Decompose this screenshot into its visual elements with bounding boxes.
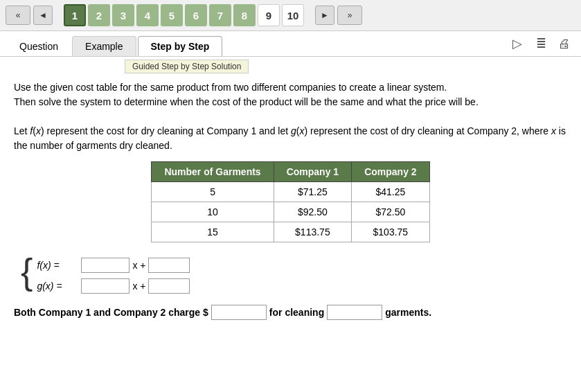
tooltip-wrapper: Guided Step by Step Solution: [0, 57, 581, 73]
gx-x-label: x +: [132, 280, 145, 292]
nav-num-btn-8[interactable]: 8: [233, 4, 256, 26]
toolbar-icons: ▷ ≣ 🖨: [508, 34, 574, 56]
print-icon[interactable]: 🖨: [555, 34, 574, 53]
nav-num-btn-5[interactable]: 5: [161, 4, 183, 26]
bottom-text1: Both Company 1 and Company 2 charge $: [14, 307, 208, 318]
fx-x-label: x +: [132, 260, 145, 271]
table-cell-r0-c2: $41.25: [352, 182, 429, 202]
tab-bar: Question Example Step by Step ▷ ≣ 🖨: [0, 31, 581, 57]
garments-input[interactable]: [327, 305, 382, 320]
list-icon[interactable]: ≣: [531, 34, 551, 53]
bottom-text3: garments.: [385, 307, 431, 318]
eq-line-gx: g(x) = x +: [37, 278, 190, 294]
nav-number-buttons: 12345678910: [64, 4, 304, 26]
table-cell-r0-c0: 5: [152, 182, 274, 202]
tab-example[interactable]: Example: [72, 36, 136, 56]
nav-bar: « ◄ 12345678910 ► »: [0, 0, 581, 31]
table-row: 15$113.75$103.75: [152, 222, 429, 242]
tab-step-by-step[interactable]: Step by Step: [138, 36, 223, 56]
eq-line-fx: f(x) = x +: [37, 258, 190, 273]
table-cell-r2-c2: $103.75: [352, 222, 429, 242]
cost-table-wrapper: Number of Garments Company 1 Company 2 5…: [14, 161, 567, 242]
cost-table: Number of Garments Company 1 Company 2 5…: [151, 161, 429, 242]
equations-section: { f(x) = x + g(x) = x +: [21, 253, 567, 294]
nav-num-btn-4[interactable]: 4: [136, 4, 159, 26]
table-cell-r0-c1: $71.25: [274, 182, 351, 202]
table-cell-r1-c2: $72.50: [352, 202, 429, 222]
bottom-text2: for cleaning: [269, 307, 324, 318]
fx-label: f(x) =: [37, 260, 78, 271]
tooltip-bar: Guided Step by Step Solution: [125, 60, 249, 73]
table-cell-r2-c1: $113.75: [274, 222, 351, 242]
nav-prev-double-btn[interactable]: «: [6, 6, 30, 25]
fx-intercept-input[interactable]: [148, 258, 190, 273]
play-icon[interactable]: ▷: [508, 34, 527, 53]
main-content: Use the given cost table for the same pr…: [0, 73, 581, 327]
col-header-company2: Company 2: [352, 162, 429, 182]
nav-num-btn-1[interactable]: 1: [64, 4, 86, 26]
bottom-question: Both Company 1 and Company 2 charge $ fo…: [14, 305, 567, 320]
table-cell-r2-c0: 15: [152, 222, 274, 242]
brace-symbol: {: [21, 253, 33, 289]
desc-line1: Use the given cost table for the same pr…: [14, 82, 447, 93]
table-cell-r1-c1: $92.50: [274, 202, 351, 222]
table-cell-r1-c0: 10: [152, 202, 274, 222]
nav-num-btn-2[interactable]: 2: [88, 4, 110, 26]
nav-num-btn-7[interactable]: 7: [209, 4, 231, 26]
gx-label: g(x) =: [37, 280, 78, 292]
nav-num-btn-3[interactable]: 3: [112, 4, 134, 26]
gx-intercept-input[interactable]: [148, 278, 190, 294]
gx-slope-input[interactable]: [81, 278, 129, 294]
table-row: 5$71.25$41.25: [152, 182, 429, 202]
fx-slope-input[interactable]: [81, 258, 129, 273]
desc-line3: Let f(x) represent the cost for dry clea…: [14, 125, 566, 151]
eq-lines: f(x) = x + g(x) = x +: [37, 253, 190, 294]
charge-amount-input[interactable]: [211, 305, 267, 320]
description-block: Use the given cost table for the same pr…: [14, 80, 567, 153]
desc-line2: Then solve the system to determine when …: [14, 96, 479, 107]
table-body: 5$71.25$41.2510$92.50$72.5015$113.75$103…: [152, 182, 429, 242]
nav-num-btn-9[interactable]: 9: [258, 4, 280, 26]
tab-question[interactable]: Question: [7, 37, 71, 56]
col-header-company1: Company 1: [274, 162, 351, 182]
nav-next-double-btn[interactable]: »: [337, 6, 362, 25]
nav-prev-btn[interactable]: ◄: [33, 6, 53, 25]
col-header-garments: Number of Garments: [152, 162, 274, 182]
nav-num-btn-10[interactable]: 10: [282, 4, 304, 26]
nav-num-btn-6[interactable]: 6: [185, 4, 207, 26]
nav-next-btn[interactable]: ►: [315, 6, 334, 25]
table-row: 10$92.50$72.50: [152, 202, 429, 222]
